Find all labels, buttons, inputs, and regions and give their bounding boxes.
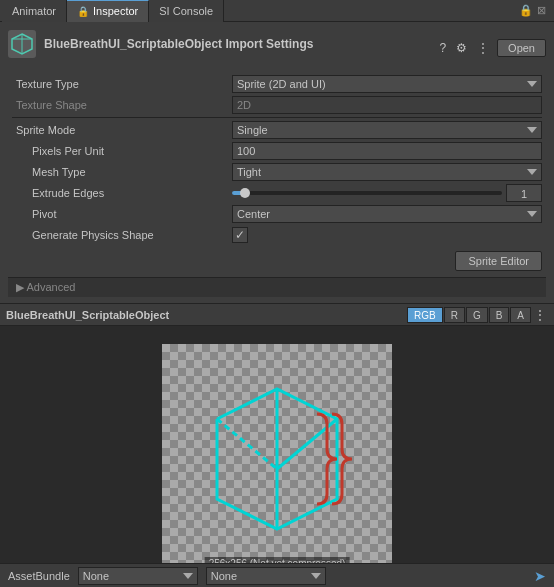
variant-select[interactable]: None — [206, 567, 326, 585]
preview-canvas: 256x256 (Not yet compressed) — [162, 344, 392, 574]
generate-physics-label: Generate Physics Shape — [12, 229, 232, 241]
sprite-mode-select[interactable]: Single — [232, 121, 542, 139]
inspector-header: BlueBreathUI_ScriptableObject Import Set… — [8, 28, 546, 68]
preview-svg — [177, 359, 377, 559]
header-icons: ? ⚙ ⋮ Open — [437, 39, 546, 57]
tab-group: Animator 🔒 Inspector SI Console — [2, 0, 224, 21]
channel-a-button[interactable]: A — [510, 307, 531, 323]
assetbundle-label: AssetBundle — [8, 570, 70, 582]
form-section: Texture Type Sprite (2D and UI) Texture … — [8, 74, 546, 245]
texture-type-row: Texture Type Sprite (2D and UI) — [12, 74, 542, 94]
channel-rgb-button[interactable]: RGB — [407, 307, 443, 323]
tab-lock-icons: 🔒 ⊠ — [519, 4, 552, 17]
assetbundle-select[interactable]: None — [78, 567, 198, 585]
pivot-label: Pivot — [12, 208, 232, 220]
channel-r-button[interactable]: R — [444, 307, 465, 323]
slider-container: 1 — [232, 184, 542, 202]
sprite-mode-row: Sprite Mode Single — [12, 120, 542, 140]
sprite-mode-value[interactable]: Single — [232, 121, 542, 139]
mesh-type-row: Mesh Type Tight — [12, 162, 542, 182]
sprite-editor-row: Sprite Editor — [12, 251, 542, 271]
tab-si-console[interactable]: SI Console — [149, 0, 224, 22]
pivot-row: Pivot Center — [12, 204, 542, 224]
more-button[interactable]: ⋮ — [475, 41, 491, 55]
pixels-per-unit-label: Pixels Per Unit — [12, 145, 232, 157]
channel-g-button[interactable]: G — [466, 307, 488, 323]
generate-physics-checkbox[interactable]: ✓ — [232, 227, 248, 243]
import-settings-title: BlueBreathUI_ScriptableObject Import Set… — [44, 37, 313, 51]
texture-shape-select[interactable]: 2D — [232, 96, 542, 114]
preview-channels: RGB R G B A ⋮ — [407, 307, 548, 323]
preview-image-area — [162, 344, 392, 574]
pixels-per-unit-input[interactable] — [232, 142, 542, 160]
texture-type-select[interactable]: Sprite (2D and UI) — [232, 75, 542, 93]
extrude-edges-row: Extrude Edges 1 — [12, 183, 542, 203]
asset-icon — [8, 30, 36, 58]
si-console-tab-label: SI Console — [159, 5, 213, 17]
texture-type-label: Texture Type — [12, 78, 232, 90]
texture-shape-row: Texture Shape 2D — [12, 95, 542, 115]
channel-b-button[interactable]: B — [489, 307, 510, 323]
settings-button[interactable]: ⚙ — [454, 41, 469, 55]
texture-type-value[interactable]: Sprite (2D and UI) — [232, 75, 542, 93]
generate-physics-row: Generate Physics Shape ✓ — [12, 225, 542, 245]
generate-physics-value: ✓ — [232, 227, 542, 243]
tab-animator[interactable]: Animator — [2, 0, 67, 22]
lock-icon-2: 🔒 — [519, 4, 533, 17]
inspector-tab-label: Inspector — [93, 5, 138, 17]
open-button[interactable]: Open — [497, 39, 546, 57]
extrude-edges-slider[interactable] — [232, 191, 502, 195]
advanced-label: ▶ Advanced — [16, 281, 75, 293]
help-button[interactable]: ? — [437, 41, 448, 55]
preview-section: BlueBreathUI_ScriptableObject RGB R G B … — [0, 303, 554, 587]
extrude-edges-value: 1 — [232, 184, 542, 202]
animator-tab-label: Animator — [12, 5, 56, 17]
bottom-bar: AssetBundle None None ➤ — [0, 563, 554, 587]
preview-asset-name: BlueBreathUI_ScriptableObject — [6, 309, 169, 321]
arrow-icon: ➤ — [534, 568, 546, 584]
svg-line-4 — [217, 419, 277, 469]
sprite-mode-label: Sprite Mode — [12, 124, 232, 136]
sprite-editor-button[interactable]: Sprite Editor — [455, 251, 542, 271]
mesh-type-label: Mesh Type — [12, 166, 232, 178]
texture-shape-label: Texture Shape — [12, 99, 232, 111]
mesh-type-value[interactable]: Tight — [232, 163, 542, 181]
pixels-per-unit-row: Pixels Per Unit — [12, 141, 542, 161]
slider-value[interactable]: 1 — [506, 184, 542, 202]
texture-shape-value[interactable]: 2D — [232, 96, 542, 114]
tab-inspector[interactable]: 🔒 Inspector — [67, 0, 149, 22]
pivot-select[interactable]: Center — [232, 205, 542, 223]
pixels-per-unit-value[interactable] — [232, 142, 542, 160]
preview-area: 256x256 (Not yet compressed) — [0, 326, 554, 587]
extrude-edges-label: Extrude Edges — [12, 187, 232, 199]
tab-bar: Animator 🔒 Inspector SI Console 🔒 ⊠ — [0, 0, 554, 22]
preview-header: BlueBreathUI_ScriptableObject RGB R G B … — [0, 304, 554, 326]
inspector-area: BlueBreathUI_ScriptableObject Import Set… — [0, 22, 554, 303]
expand-icon: ⊠ — [537, 4, 546, 17]
advanced-row[interactable]: ▶ Advanced — [8, 277, 546, 297]
pivot-value[interactable]: Center — [232, 205, 542, 223]
mesh-type-select[interactable]: Tight — [232, 163, 542, 181]
slider-thumb[interactable] — [240, 188, 250, 198]
title-row: BlueBreathUI_ScriptableObject Import Set… — [8, 30, 313, 58]
preview-more-button[interactable]: ⋮ — [532, 308, 548, 322]
lock-icon: 🔒 — [77, 6, 89, 17]
